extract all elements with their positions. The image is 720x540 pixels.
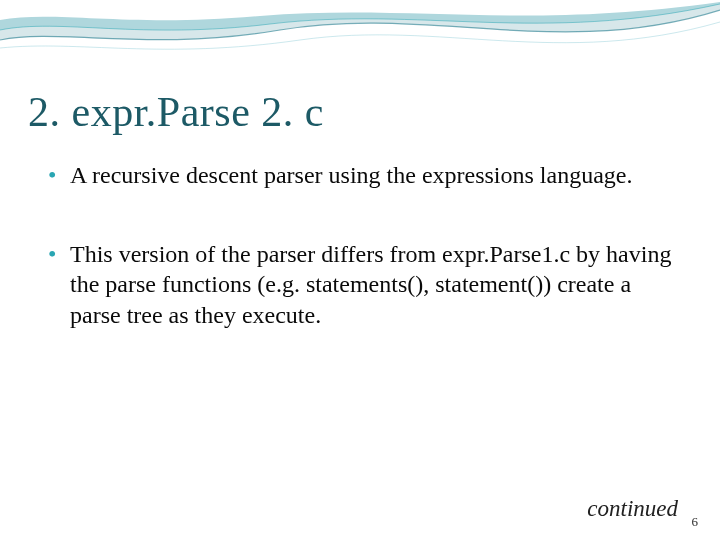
slide-body: A recursive descent parser using the exp…: [48, 160, 680, 379]
slide-title: 2. expr.Parse 2. c: [28, 88, 324, 136]
continued-label: continued: [587, 496, 678, 522]
page-number: 6: [692, 514, 699, 530]
slide: 2. expr.Parse 2. c A recursive descent p…: [0, 0, 720, 540]
bullet-item: This version of the parser differs from …: [48, 239, 680, 331]
decorative-swoosh: [0, 0, 720, 90]
bullet-item: A recursive descent parser using the exp…: [48, 160, 680, 191]
